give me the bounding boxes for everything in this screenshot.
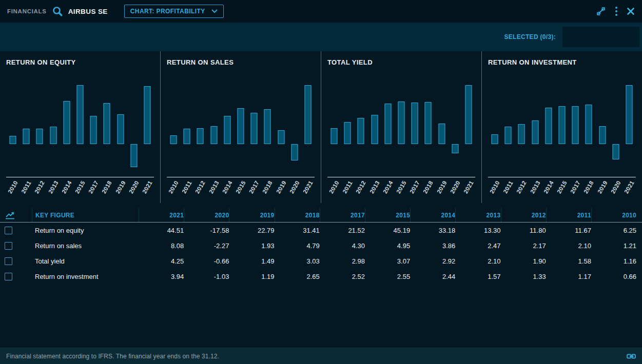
x-tick-label: 2015 xyxy=(74,179,86,194)
bar-slot xyxy=(515,70,528,177)
bar-2019[interactable] xyxy=(278,130,284,144)
x-tick-label: 2020 xyxy=(449,179,461,194)
bar-2017[interactable] xyxy=(251,113,258,144)
line-chart-icon[interactable] xyxy=(5,211,16,219)
top-bar: FINANCIALS AIRBUS SE CHART: PROFITABILIT… xyxy=(0,0,642,23)
bar-2019[interactable] xyxy=(117,114,124,144)
bar-2012[interactable] xyxy=(36,129,43,144)
x-tick-label: 2020 xyxy=(288,179,301,194)
bar-2017[interactable] xyxy=(90,116,97,144)
bar-2019[interactable] xyxy=(438,124,445,144)
bar-slot xyxy=(435,70,449,177)
bar-2015[interactable] xyxy=(559,106,566,144)
year-column-header: 2018 xyxy=(275,208,320,222)
chart-x-axis-labels: 2010201120122013201420152017201820192020… xyxy=(167,177,315,201)
bar-2017[interactable] xyxy=(412,103,418,144)
value-cell: 2.10 xyxy=(455,257,500,265)
chart-type-dropdown[interactable]: CHART: PROFITABILITY xyxy=(124,5,224,18)
row-checkbox[interactable] xyxy=(5,257,12,265)
x-tick-label: 2019 xyxy=(275,179,287,194)
value-cell: 2.17 xyxy=(501,242,546,250)
bar-2010[interactable] xyxy=(492,134,498,144)
expand-icon[interactable] xyxy=(596,6,606,16)
bar-2010[interactable] xyxy=(10,136,16,144)
bar-2020[interactable] xyxy=(612,144,619,159)
bar-2018[interactable] xyxy=(586,105,592,144)
bar-2010[interactable] xyxy=(331,128,338,144)
search-icon[interactable] xyxy=(52,6,63,17)
x-tick-label: 2013 xyxy=(368,179,381,194)
bar-2010[interactable] xyxy=(170,135,177,144)
close-icon[interactable] xyxy=(627,7,635,15)
bar-2020[interactable] xyxy=(452,144,458,153)
bar-2021[interactable] xyxy=(304,85,311,144)
bar-2020[interactable] xyxy=(291,144,298,160)
bar-2018[interactable] xyxy=(425,102,432,144)
bar-2013[interactable] xyxy=(371,115,378,144)
bar-slot xyxy=(462,70,475,177)
bar-2017[interactable] xyxy=(572,106,579,144)
selection-box[interactable] xyxy=(562,27,639,47)
value-cell: 1.93 xyxy=(229,242,274,250)
bar-2011[interactable] xyxy=(505,127,512,144)
chart-title: RETURN ON INVESTMENT xyxy=(488,58,637,66)
bar-2011[interactable] xyxy=(184,129,190,144)
bar-2014[interactable] xyxy=(545,108,552,144)
bar-2018[interactable] xyxy=(104,103,110,144)
bar-2015[interactable] xyxy=(238,108,244,144)
chart-type-dropdown-label: CHART: PROFITABILITY xyxy=(130,8,205,15)
bar-2020[interactable] xyxy=(130,144,137,167)
bar-2012[interactable] xyxy=(197,128,204,144)
bar-2012[interactable] xyxy=(358,118,364,144)
charts-section: RETURN ON EQUITY 20102011201220132014201… xyxy=(0,51,642,203)
x-tick-label: 2012 xyxy=(34,179,46,194)
link-icon[interactable] xyxy=(627,353,636,360)
bar-slot xyxy=(114,70,127,177)
bar-slot xyxy=(247,70,261,177)
value-cell: 1.17 xyxy=(546,273,591,280)
bar-2011[interactable] xyxy=(344,122,351,144)
bar-slot xyxy=(6,70,20,177)
kebab-menu-icon[interactable] xyxy=(615,6,618,16)
chart-panel-total-yield: TOTAL YIELD 2010201120122013201420152017… xyxy=(321,51,481,203)
chart-plot-area xyxy=(6,70,154,177)
table-body: Return on equity44.51-17.5822.7931.4121.… xyxy=(0,223,642,284)
bar-2012[interactable] xyxy=(518,124,525,144)
value-cell: 2.44 xyxy=(410,273,455,280)
bar-2021[interactable] xyxy=(626,85,632,144)
bar-2015[interactable] xyxy=(77,85,84,144)
bar-slot xyxy=(234,70,247,177)
bar-slot xyxy=(47,70,60,177)
bar-2015[interactable] xyxy=(398,102,405,144)
bar-2013[interactable] xyxy=(50,127,56,144)
row-checkbox[interactable] xyxy=(5,273,12,280)
table-row: Return on equity44.51-17.5822.7931.4121.… xyxy=(0,223,642,238)
x-tick-label: 2017 xyxy=(408,179,421,194)
bar-2018[interactable] xyxy=(264,109,271,144)
bar-2014[interactable] xyxy=(63,101,70,144)
x-tick-label: 2021 xyxy=(462,179,475,194)
bar-slot xyxy=(421,70,435,177)
bar-2019[interactable] xyxy=(599,126,606,144)
bar-2014[interactable] xyxy=(384,104,391,144)
bar-slot xyxy=(288,70,301,177)
x-tick-label: 2014 xyxy=(221,179,234,194)
x-tick-label: 2017 xyxy=(87,179,100,194)
bar-2013[interactable] xyxy=(210,126,217,144)
bar-2021[interactable] xyxy=(144,86,150,144)
year-column-header: 2011 xyxy=(546,208,591,222)
table-row: Return on sales8.08-2.271.934.794.304.95… xyxy=(0,238,642,253)
x-tick-label: 2015 xyxy=(235,179,247,194)
bar-2013[interactable] xyxy=(532,120,538,144)
x-tick-label: 2019 xyxy=(596,179,609,194)
value-cell: 44.51 xyxy=(139,227,184,234)
bar-2021[interactable] xyxy=(465,85,472,144)
bar-slot xyxy=(193,70,207,177)
row-checkbox[interactable] xyxy=(5,227,12,234)
table-chart-icon-cell xyxy=(0,208,32,222)
bar-2011[interactable] xyxy=(23,129,30,144)
chart-x-axis-labels: 2010201120122013201420152017201820192020… xyxy=(6,177,154,201)
row-checkbox[interactable] xyxy=(5,242,12,250)
bar-2014[interactable] xyxy=(224,116,230,144)
selection-header: SELECTED (0/3): xyxy=(0,23,642,51)
